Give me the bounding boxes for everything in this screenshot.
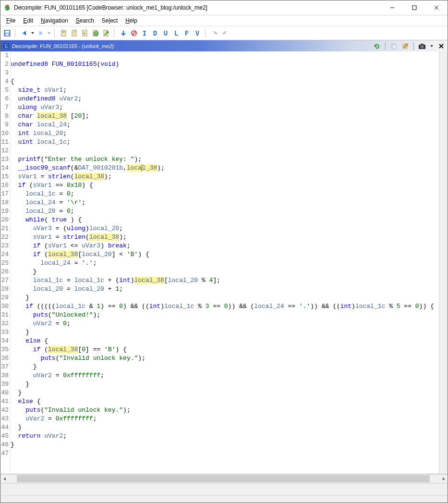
copy-button[interactable] bbox=[389, 42, 398, 50]
edit-button[interactable] bbox=[401, 42, 410, 50]
code-line[interactable]: } bbox=[11, 268, 439, 276]
code-line[interactable]: size_t sVar1; bbox=[11, 86, 439, 95]
toolbar-letter-u[interactable]: U bbox=[161, 28, 170, 38]
menu-file[interactable]: File bbox=[2, 16, 19, 25]
code-line[interactable]: local_20 = local_20 + 1; bbox=[11, 285, 439, 294]
code-line[interactable]: char local_24; bbox=[11, 121, 439, 129]
code-line[interactable]: } bbox=[11, 423, 439, 432]
no-entry-button[interactable] bbox=[129, 28, 139, 38]
panel-title: Decompile: FUN_00101165 - (unlock_me2) bbox=[12, 43, 114, 49]
toolbar-letter-f[interactable]: F bbox=[182, 28, 192, 38]
code-line[interactable]: if (((((local_1c & 1) == 0) && ((int)loc… bbox=[11, 302, 439, 311]
snapshot-button[interactable] bbox=[418, 42, 426, 50]
toolbar-separator bbox=[15, 29, 17, 37]
code-line[interactable]: if (local_38[local_20] < 'B') { bbox=[11, 250, 439, 259]
code-line[interactable]: local_24 = '.'; bbox=[11, 259, 439, 268]
toolbar-separator bbox=[114, 29, 116, 37]
nav-forward-dropdown[interactable] bbox=[47, 28, 51, 38]
undo-button[interactable] bbox=[210, 28, 219, 38]
app-icon bbox=[3, 4, 11, 12]
line-number: 17 bbox=[0, 190, 10, 198]
line-number: 41 bbox=[0, 397, 10, 406]
code-line[interactable]: return uVar2; bbox=[11, 432, 439, 441]
code-line[interactable]: while( true ) { bbox=[11, 216, 439, 224]
code-line[interactable]: uVar2 = 0xffffffff; bbox=[11, 415, 439, 423]
svg-point-0 bbox=[5, 6, 10, 11]
code-line[interactable]: sVar1 = strlen(local_38); bbox=[11, 233, 439, 242]
code-line[interactable]: } bbox=[11, 328, 439, 337]
nav-back-dropdown[interactable] bbox=[30, 28, 35, 38]
line-number: 20 bbox=[0, 216, 10, 224]
title-bar[interactable]: Decompile: FUN_00101165 [CodeBrowser: un… bbox=[0, 0, 448, 15]
code-line[interactable]: local_1c = 0; bbox=[11, 190, 439, 198]
code-line[interactable]: } bbox=[11, 380, 439, 389]
vertical-scrollbar[interactable] bbox=[439, 51, 448, 474]
code-line[interactable]: puts("Invalid unlock key."); bbox=[11, 354, 439, 363]
svg-line-18 bbox=[132, 31, 136, 35]
code-line[interactable]: } bbox=[11, 441, 439, 449]
code-line[interactable]: uVar3 = (ulong)local_20; bbox=[11, 224, 439, 233]
line-number: 16 bbox=[0, 181, 10, 190]
code-line[interactable]: uVar2 = 0xffffffff; bbox=[11, 371, 439, 380]
tool-btn-1[interactable] bbox=[59, 28, 69, 38]
horizontal-scrollbar[interactable] bbox=[0, 474, 448, 483]
code-line[interactable]: char local_38 [20]; bbox=[11, 112, 439, 121]
code-line[interactable]: if (local_38[0] == 'B') { bbox=[11, 345, 439, 354]
code-line[interactable]: } bbox=[11, 294, 439, 302]
code-line[interactable]: } bbox=[11, 389, 439, 397]
code-line[interactable]: int local_20; bbox=[11, 129, 439, 138]
menu-search[interactable]: Search bbox=[72, 16, 98, 25]
code-line[interactable]: else { bbox=[11, 397, 439, 406]
panel-close-button[interactable] bbox=[437, 42, 446, 50]
toolbar-letter-v[interactable]: V bbox=[193, 28, 202, 38]
toolbar-letter-l[interactable]: L bbox=[171, 28, 181, 38]
scrollbar-thumb[interactable] bbox=[17, 475, 430, 482]
code-line[interactable] bbox=[11, 51, 439, 60]
code-line[interactable]: local_1c = local_1c + (int)local_38[loca… bbox=[11, 276, 439, 285]
code-line[interactable]: puts("Unlocked!"); bbox=[11, 311, 439, 319]
code-line[interactable]: local_24 = '\r'; bbox=[11, 198, 439, 207]
toolbar-letter-d[interactable]: D bbox=[150, 28, 160, 38]
tool-btn-5[interactable] bbox=[101, 28, 111, 38]
menu-navigation[interactable]: Navigation bbox=[37, 16, 72, 25]
code-line[interactable]: local_20 = 0; bbox=[11, 207, 439, 216]
down-arrow-button[interactable] bbox=[119, 28, 128, 38]
tool-btn-3[interactable] bbox=[80, 28, 90, 38]
tool-btn-2[interactable] bbox=[70, 28, 79, 38]
code-content[interactable]: undefined8 FUN_00101165(void){ size_t sV… bbox=[11, 51, 439, 474]
code-line[interactable]: undefined8 uVar2; bbox=[11, 95, 439, 103]
menu-help[interactable]: Help bbox=[121, 16, 141, 25]
minimize-button[interactable] bbox=[381, 0, 403, 15]
redo-button[interactable] bbox=[220, 28, 230, 38]
maximize-button[interactable] bbox=[403, 0, 425, 15]
save-button[interactable] bbox=[2, 28, 12, 38]
menu-select[interactable]: Select bbox=[98, 16, 121, 25]
code-area[interactable]: 1234567891011121314151617181920212223242… bbox=[0, 51, 448, 474]
code-line[interactable] bbox=[11, 69, 439, 77]
code-line[interactable]: printf("Enter the unlock key: "); bbox=[11, 155, 439, 164]
code-line[interactable] bbox=[11, 147, 439, 155]
close-button[interactable] bbox=[425, 0, 448, 15]
tool-btn-4[interactable] bbox=[91, 28, 100, 38]
code-line[interactable]: uVar2 = 0; bbox=[11, 319, 439, 328]
code-line[interactable]: undefined8 FUN_00101165(void) bbox=[11, 60, 439, 69]
code-line[interactable]: else { bbox=[11, 337, 439, 345]
code-line[interactable]: } bbox=[11, 363, 439, 371]
code-line[interactable]: ulong uVar3; bbox=[11, 103, 439, 112]
snapshot-dropdown[interactable] bbox=[429, 42, 434, 50]
code-line[interactable]: if (sVar1 <= uVar3) break; bbox=[11, 242, 439, 250]
toolbar-letter-i[interactable]: I bbox=[140, 28, 149, 38]
code-line[interactable] bbox=[11, 449, 439, 458]
nav-back-button[interactable] bbox=[20, 28, 29, 38]
code-line[interactable]: __isoc99_scanf(&DAT_0010201b,local_38); bbox=[11, 164, 439, 172]
menu-edit[interactable]: Edit bbox=[19, 16, 37, 25]
code-line[interactable]: puts("Invalid unlock key."); bbox=[11, 406, 439, 415]
code-line[interactable]: sVar1 = strlen(local_38); bbox=[11, 172, 439, 181]
refresh-button[interactable] bbox=[373, 42, 381, 50]
code-line[interactable]: { bbox=[11, 77, 439, 86]
nav-forward-button[interactable] bbox=[36, 28, 46, 38]
window-title: Decompile: FUN_00101165 [CodeBrowser: un… bbox=[14, 4, 381, 11]
code-line[interactable]: uint local_1c; bbox=[11, 138, 439, 147]
line-number: 30 bbox=[0, 302, 10, 311]
code-line[interactable]: if (sVar1 == 0x10) { bbox=[11, 181, 439, 190]
